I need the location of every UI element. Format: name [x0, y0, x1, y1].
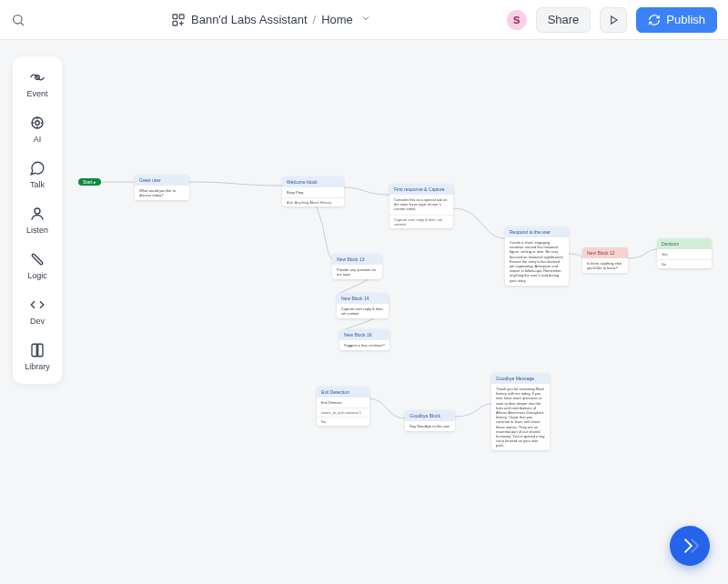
node-decision[interactable]: Decision Yes No [657, 238, 712, 268]
node-goodbye-message[interactable]: Goodbye Message Thank you for reviewing … [491, 373, 550, 450]
svg-rect-10 [32, 254, 44, 266]
svg-rect-2 [173, 15, 177, 19]
node-welcome[interactable]: Welcome block Busy Prep Ask: Anything Ab… [282, 176, 344, 206]
project-icon [171, 13, 186, 27]
sidebar-item-ai[interactable]: AI [13, 107, 62, 151]
run-button[interactable] [600, 7, 627, 33]
listen-icon [29, 206, 46, 222]
breadcrumb[interactable]: Bann'd Labs Assistant / Home [171, 13, 371, 27]
node-new-block-13[interactable]: New Block 13 Provide any question on our… [332, 254, 382, 279]
node-goodbye-block[interactable]: Goodbye Block Say Goodbye to the user [405, 410, 455, 431]
logic-icon [29, 251, 46, 267]
dev-icon [29, 297, 46, 313]
svg-point-8 [35, 121, 40, 126]
sidebar-item-dev[interactable]: Dev [13, 289, 62, 333]
share-button[interactable]: Share [536, 7, 592, 33]
svg-point-9 [35, 208, 40, 214]
flow-canvas[interactable]: Event AI Talk Listen Logic Dev Library [0, 40, 728, 584]
node-response-capture[interactable]: First response & Capture Consider this a… [389, 184, 453, 228]
sidebar-item-logic[interactable]: Logic [13, 244, 62, 287]
svg-line-1 [21, 23, 24, 25]
project-name: Bann'd Labs Assistant [191, 13, 308, 26]
node-exit-detection[interactable]: Exit Detection Exit Detector wants_to_qu… [317, 387, 369, 426]
voiceflow-icon [680, 536, 700, 556]
event-icon [29, 69, 46, 86]
start-pill[interactable]: Start ▸ [78, 178, 101, 186]
tool-sidebar: Event AI Talk Listen Logic Dev Library [13, 56, 62, 384]
breadcrumb-sep: / [313, 13, 317, 26]
sidebar-item-talk[interactable]: Talk [13, 153, 62, 196]
ai-icon [29, 115, 46, 131]
node-new-block-12[interactable]: New Block 12 Is there anything else you'… [582, 247, 628, 273]
share-label: Share [548, 13, 580, 26]
svg-rect-4 [173, 21, 177, 25]
app-header: Bann'd Labs Assistant / Home S Share Pub… [0, 0, 728, 40]
refresh-icon [648, 14, 661, 26]
talk-icon [29, 160, 46, 176]
sidebar-item-event[interactable]: Event [13, 62, 62, 106]
search-icon[interactable] [11, 13, 25, 27]
sidebar-item-listen[interactable]: Listen [13, 198, 62, 242]
node-respond-user[interactable]: Respond to the user Create a short, enga… [505, 227, 569, 286]
svg-point-0 [14, 15, 22, 23]
help-fab[interactable] [670, 526, 710, 566]
library-icon [29, 342, 46, 358]
chevron-down-icon[interactable] [360, 13, 371, 26]
svg-rect-3 [179, 15, 184, 19]
avatar[interactable]: S [507, 10, 527, 30]
node-new-block-14[interactable]: New Block 14 Capture user reply & then, … [337, 293, 389, 318]
avatar-initial: S [513, 15, 520, 25]
publish-label: Publish [666, 13, 705, 26]
sidebar-item-library[interactable]: Library [13, 335, 62, 378]
node-new-block-16[interactable]: New Block 16 Suggest a few, continue? [339, 329, 389, 350]
svg-marker-5 [612, 15, 617, 23]
play-icon [607, 14, 620, 26]
publish-button[interactable]: Publish [636, 7, 717, 33]
page-name: Home [321, 13, 353, 26]
node-greet[interactable]: Greet user What would you like to discus… [135, 175, 189, 200]
